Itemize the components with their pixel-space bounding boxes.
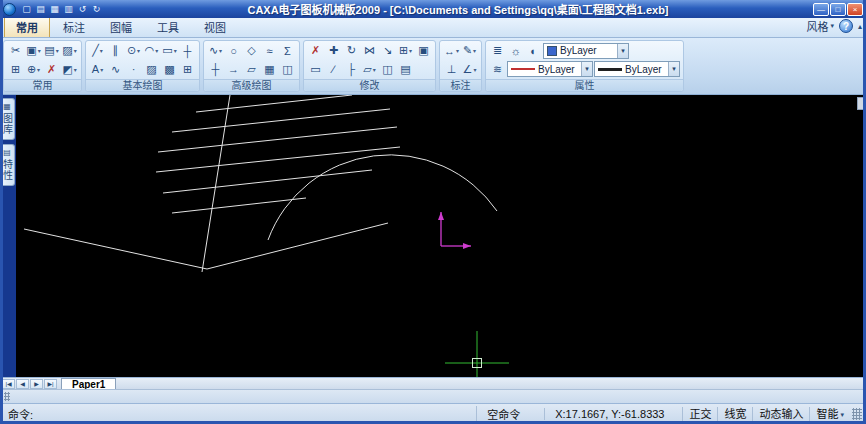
array-icon[interactable]: ⊞▾ xyxy=(397,42,414,59)
break-icon[interactable]: ◫ xyxy=(379,61,396,78)
chamfer-icon[interactable]: ▱▾ xyxy=(361,61,378,78)
rectangle-icon[interactable]: ▭▾ xyxy=(161,42,178,59)
tab-view[interactable]: 视图 xyxy=(192,15,238,37)
new-file-icon[interactable]: ▢ xyxy=(20,3,33,16)
tab-common[interactable]: 常用 xyxy=(4,15,50,37)
datum-icon[interactable]: ⊥ xyxy=(443,61,460,78)
text-dim-icon[interactable]: ✎▾ xyxy=(461,42,478,59)
last-sheet-button[interactable]: ▶| xyxy=(44,379,57,389)
ribbon-group-advanced-draw: ∿▾○◇≈Σ┼→▱▦◫高级绘图 xyxy=(203,40,300,92)
wave-line-icon[interactable]: ≈ xyxy=(261,42,278,59)
angle-dim-icon[interactable]: ∠▾ xyxy=(461,61,478,78)
close-button[interactable]: × xyxy=(847,3,863,16)
stretch-icon[interactable]: ▭ xyxy=(307,61,324,78)
redo-icon[interactable]: ↻ xyxy=(90,3,103,16)
sheet-tab-paper1[interactable]: Paper1 xyxy=(61,378,116,390)
chevron-down-icon: ▾ xyxy=(100,47,103,54)
ellipse-icon[interactable]: ○ xyxy=(225,42,242,59)
zoom-icon[interactable]: ⊕▾ xyxy=(25,61,42,78)
hatch-icon[interactable]: ▨ xyxy=(143,61,160,78)
rotate-icon[interactable]: ↻ xyxy=(343,42,360,59)
copy-icon[interactable]: ▣▾ xyxy=(25,42,42,59)
toggle-dynamic-input[interactable]: 动态输入 xyxy=(752,407,809,422)
offset-icon[interactable]: ▣ xyxy=(415,42,432,59)
toggle-ortho[interactable]: 正交 xyxy=(682,407,717,422)
print-icon[interactable]: ▥ xyxy=(62,3,75,16)
display-icon[interactable]: ◩▾ xyxy=(61,61,78,78)
style-menu-button[interactable]: 风格 ▾ xyxy=(806,18,834,34)
ribbon-collapse-icon[interactable]: ▴ xyxy=(858,22,862,31)
polyline-icon[interactable]: ∿▾ xyxy=(207,42,224,59)
linetype-select[interactable]: ByLayer▾ xyxy=(507,61,593,77)
trim-icon[interactable]: ∕ xyxy=(325,61,342,78)
formula-curve-icon[interactable]: Σ xyxy=(279,42,296,59)
line-icon[interactable]: ╱▾ xyxy=(89,42,106,59)
canvas-scrollbar-button[interactable] xyxy=(857,97,866,110)
point-icon[interactable]: · xyxy=(125,61,142,78)
color-select[interactable]: ByLayer▾ xyxy=(543,43,629,59)
delete-icon[interactable]: ✗ xyxy=(43,61,60,78)
sidebar-tab-properties[interactable]: ▤特性 xyxy=(0,144,15,186)
layer-color-icon[interactable]: ◐ xyxy=(525,42,542,59)
ribbon-group-basic-draw: ╱▾∥⊙▾◠▾▭▾┼A▾∿·▨▩⊞基本绘图 xyxy=(85,40,200,92)
erase-icon: ✗ xyxy=(311,44,320,57)
open-file-icon[interactable]: ▤ xyxy=(34,3,47,16)
maximize-button[interactable]: □ xyxy=(830,3,846,16)
erase-icon[interactable]: ✗ xyxy=(307,42,324,59)
dimension-icon: ↔ xyxy=(444,45,455,57)
scale-icon[interactable]: ↘ xyxy=(379,42,396,59)
layer-visibility-icon[interactable]: ☼ xyxy=(507,42,524,59)
undo-icon[interactable]: ↺ xyxy=(76,3,89,16)
tab-tools[interactable]: 工具 xyxy=(145,15,191,37)
fill-icon[interactable]: ▩ xyxy=(161,61,178,78)
polygon-icon[interactable]: ◇ xyxy=(243,42,260,59)
table-icon[interactable]: ⊞ xyxy=(179,61,196,78)
move-icon[interactable]: ✚ xyxy=(325,42,342,59)
axis-icon[interactable]: ┼ xyxy=(207,61,224,78)
dropdown-value: ByLayer xyxy=(560,45,614,56)
minimize-button[interactable]: — xyxy=(813,3,829,16)
image-icon[interactable]: ◫ xyxy=(279,61,296,78)
drawing-canvas[interactable] xyxy=(16,95,866,377)
format-brush-icon[interactable]: ▨▾ xyxy=(61,42,78,59)
dock-grip[interactable] xyxy=(4,392,10,401)
mirror-icon[interactable]: ⋈ xyxy=(361,42,378,59)
quick-access-toolbar: ▢▤▦▥↺↻ xyxy=(20,3,103,16)
linetype-list-icon[interactable]: ≋ xyxy=(489,61,506,78)
next-sheet-button[interactable]: ▶ xyxy=(30,379,43,389)
sidebar-tab-label: 特性 xyxy=(0,159,15,181)
first-sheet-button[interactable]: |◀ xyxy=(2,379,15,389)
text-icon[interactable]: A▾ xyxy=(89,61,106,78)
help-icon[interactable]: ? xyxy=(839,19,853,33)
chevron-down-icon[interactable]: ▾ xyxy=(581,62,592,76)
prev-sheet-button[interactable]: ◀ xyxy=(16,379,29,389)
arc-icon[interactable]: ◠▾ xyxy=(143,42,160,59)
chevron-down-icon[interactable]: ▾ xyxy=(617,44,628,58)
paste-icon[interactable]: ▤▾ xyxy=(43,42,60,59)
save-icon[interactable]: ▦ xyxy=(48,3,61,16)
cut-icon[interactable]: ✂ xyxy=(7,42,24,59)
layer-icon[interactable]: ≣ xyxy=(489,42,506,59)
circle-icon[interactable]: ⊙▾ xyxy=(125,42,142,59)
chevron-down-icon[interactable]: ▾ xyxy=(668,62,679,76)
command-input-row[interactable] xyxy=(0,389,866,403)
tab-sheet[interactable]: 图幅 xyxy=(98,15,144,37)
select-icon[interactable]: ⊞ xyxy=(7,61,24,78)
toggle-smart[interactable]: 智能▾ xyxy=(809,407,850,422)
status-bar: 命令: 空命令 X:17.1667, Y:-61.8333 正交线宽动态输入智能… xyxy=(0,403,866,424)
arrow-icon[interactable]: → xyxy=(225,61,242,78)
app-logo-icon[interactable] xyxy=(3,3,16,16)
sidebar-tab-library[interactable]: ▦图库 xyxy=(0,98,15,140)
linewidth-select[interactable]: ByLayer▾ xyxy=(594,61,680,77)
tab-dimension[interactable]: 标注 xyxy=(51,15,97,37)
block-icon[interactable]: ▦ xyxy=(261,61,278,78)
spline-icon[interactable]: ∿ xyxy=(107,61,124,78)
extend-icon[interactable]: ├ xyxy=(343,61,360,78)
contour-icon[interactable]: ▱ xyxy=(243,61,260,78)
dimension-icon[interactable]: ↔▾ xyxy=(443,42,460,59)
resize-grip[interactable] xyxy=(852,408,862,420)
centerline-icon[interactable]: ┼ xyxy=(179,42,196,59)
parallel-line-icon[interactable]: ∥ xyxy=(107,42,124,59)
explode-icon[interactable]: ▤ xyxy=(397,61,414,78)
toggle-lineweight[interactable]: 线宽 xyxy=(717,407,752,422)
